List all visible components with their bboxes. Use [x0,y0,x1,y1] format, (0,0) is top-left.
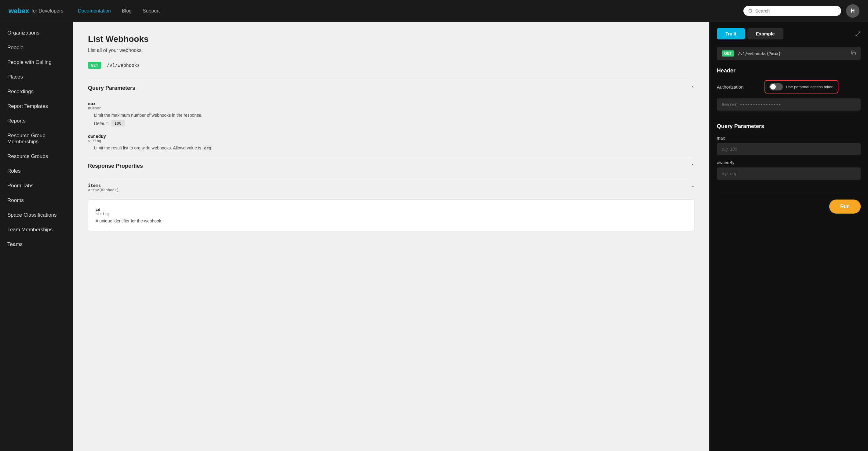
tryit-param-max-label: max [717,136,861,141]
tryit-param-ownedby-input[interactable] [717,168,861,180]
url-method-badge: GET [722,51,734,57]
param-max-name: max [88,101,694,106]
bearer-row [717,98,861,111]
response-props-header: Response Properties ⌃ [88,158,694,174]
search-input[interactable] [755,8,836,13]
sidebar-item-rooms[interactable]: Rooms [0,193,73,208]
auth-row: Authorization Use personal access token [717,80,861,93]
tryit-panel: Try it Example GET /v1/webhooks{?max} [709,22,868,451]
tryit-query-params: Query Parameters max ownedBy [717,123,861,185]
svg-line-2 [859,32,860,33]
tab-tryit[interactable]: Try it [717,28,745,39]
toggle-track [769,83,783,90]
logo: webex for Developers [8,7,63,15]
param-max-type: number [88,106,694,110]
method-badge: GET [88,62,101,69]
toggle-knob [770,84,776,90]
sidebar-item-resource-group-memberships[interactable]: Resource Group Memberships [0,128,73,149]
bearer-input[interactable] [717,98,861,111]
header-section: Header Authorization Use personal access… [717,67,861,111]
items-type: array[Webhook] [88,188,119,192]
expand-icon[interactable] [855,31,861,37]
param-max-desc: Limit the maximum number of webhooks in … [94,113,694,118]
endpoint-row: GET /v1/webhooks [88,62,694,69]
items-name: items [88,183,119,188]
param-ownedby-code: org [203,145,213,151]
run-button[interactable]: Run [829,200,861,214]
svg-rect-4 [853,52,856,55]
sidebar-item-places[interactable]: Places [0,70,73,84]
nav-support[interactable]: Support [143,8,160,14]
endpoint-url: /v1/webhooks [106,63,140,68]
query-params-chevron[interactable]: ⌃ [690,85,694,91]
sidebar-item-resource-groups[interactable]: Resource Groups [0,149,73,164]
search-bar[interactable] [743,6,841,16]
svg-point-0 [749,9,752,12]
tryit-query-params-title: Query Parameters [717,123,861,129]
nav-blog[interactable]: Blog [122,8,132,14]
tab-example[interactable]: Example [747,28,783,39]
sidebar-item-space-classifications[interactable]: Space Classifications [0,208,73,222]
divider-2 [717,191,861,191]
tryit-param-ownedby-label: ownedBy [717,160,861,165]
query-params-title: Query Parameters [88,85,135,91]
sidebar-item-recordings[interactable]: Recordings [0,84,73,99]
logo-dev-text: for Developers [31,8,63,14]
field-id-desc: A unique identifier for the webhook. [96,218,687,223]
param-max-default: Default: 100 [94,120,694,126]
field-id-name: id [96,207,687,212]
sidebar-item-people-calling[interactable]: People with Calling [0,55,73,70]
auth-label: Authorization [717,84,760,90]
items-header: items array[Webhook] ⌃ [88,179,694,196]
response-props-chevron[interactable]: ⌃ [690,163,694,169]
query-params-header: Query Parameters ⌃ [88,80,694,96]
sidebar-item-roles[interactable]: Roles [0,164,73,178]
doc-title: List Webhooks [88,34,694,44]
response-props-title: Response Properties [88,163,143,169]
sidebar-item-reports[interactable]: Reports [0,114,73,128]
personal-token-toggle[interactable] [769,83,783,90]
divider-1 [717,117,861,117]
url-text: /v1/webhooks{?max} [738,51,847,56]
copy-icon[interactable] [851,51,856,57]
param-ownedby-desc: Limit the result list to org wide webhoo… [94,145,694,150]
doc-panel: List Webhooks List all of your webhooks.… [73,22,709,451]
sidebar-item-report-templates[interactable]: Report Templates [0,99,73,114]
sidebar-item-organizations[interactable]: Organizations [0,26,73,40]
param-ownedby-type: string [88,139,694,143]
param-max: max number Limit the maximum number of w… [88,101,694,126]
sidebar-item-room-tabs[interactable]: Room Tabs [0,178,73,193]
content-area: List Webhooks List all of your webhooks.… [73,22,868,451]
svg-line-1 [751,11,752,12]
code-block: id string A unique identifier for the we… [88,200,694,231]
url-bar: GET /v1/webhooks{?max} [717,47,861,60]
param-ownedby-name: ownedBy [88,134,694,139]
main-layout: Organizations People People with Calling… [0,22,868,451]
avatar[interactable]: H [846,4,860,18]
token-label: Use personal access token [786,85,834,89]
header-right: H [743,4,860,18]
svg-line-3 [856,34,857,36]
sidebar: Organizations People People with Calling… [0,22,73,451]
doc-subtitle: List all of your webhooks. [88,48,694,53]
param-ownedby: ownedBy string Limit the result list to … [88,134,694,150]
header: webex for Developers Documentation Blog … [0,0,868,22]
tryit-tabs-row: Try it Example [717,28,861,39]
field-id-type: string [96,212,687,216]
sidebar-item-team-memberships[interactable]: Team Memberships [0,222,73,237]
logo-webex-text: webex [8,7,29,15]
sidebar-item-teams[interactable]: Teams [0,237,73,252]
tryit-param-max-input[interactable] [717,143,861,155]
search-icon [748,8,753,13]
nav-documentation[interactable]: Documentation [78,8,111,14]
token-toggle-wrapper: Use personal access token [765,80,838,93]
items-chevron[interactable]: ⌃ [690,185,694,191]
header-section-title: Header [717,67,861,74]
default-value-max: 100 [111,120,124,126]
sidebar-item-people[interactable]: People [0,40,73,55]
main-nav: Documentation Blog Support [78,8,743,14]
